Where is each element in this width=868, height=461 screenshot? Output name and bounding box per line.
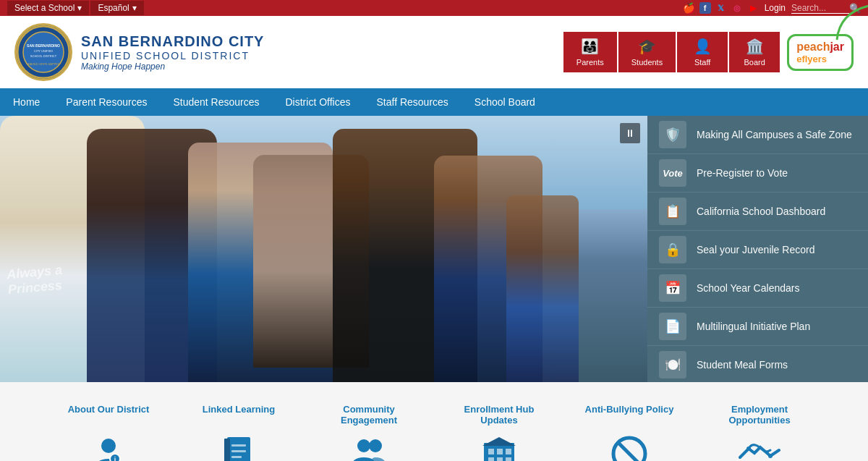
- svg-text:CITY UNIFIED: CITY UNIFIED: [34, 49, 53, 53]
- select-school-label: Select a School: [14, 3, 75, 13]
- svg-text:SAN BERNARDINO: SAN BERNARDINO: [27, 43, 60, 48]
- card-about-district[interactable]: About Our District i: [43, 397, 174, 461]
- svg-point-16: [369, 439, 382, 452]
- card-linked-title: Linked Learning: [203, 404, 275, 427]
- board-label: Board: [744, 58, 765, 67]
- nav-district-offices[interactable]: District Offices: [273, 88, 364, 116]
- youtube-icon[interactable]: ▶: [747, 2, 759, 14]
- svg-line-27: [618, 443, 640, 461]
- card-community-title: Community Engagement: [318, 404, 420, 427]
- meal-icon: 🍽️: [659, 351, 686, 378]
- sidebar-item-calendars[interactable]: 📅 School Year Calendars: [647, 269, 868, 308]
- students-button[interactable]: 🎓 Students: [618, 32, 676, 72]
- sidebar-item-meal-forms[interactable]: 🍽️ Student Meal Forms: [647, 346, 868, 384]
- sidebar-item-multilingual[interactable]: 📄 Multilingual Initiative Plan: [647, 308, 868, 346]
- nav-student-resources[interactable]: Student Resources: [160, 88, 272, 116]
- hero-area: Always aPrincess ⏸ 🛡️ Making All Campuse…: [0, 116, 868, 382]
- staff-icon: 👤: [694, 38, 712, 55]
- svg-rect-19: [497, 449, 503, 454]
- nav-staff-resources[interactable]: Staff Resources: [363, 88, 461, 116]
- twitter-icon[interactable]: 𝕏: [715, 2, 727, 14]
- apple-icon[interactable]: 🍎: [684, 2, 695, 14]
- peachjar-bottom-text: eflyers: [796, 54, 844, 64]
- svg-rect-12: [231, 444, 246, 447]
- nav-home[interactable]: Home: [0, 88, 53, 116]
- search-button[interactable]: 🔍: [849, 3, 861, 14]
- top-bar: Select a School ▾ Español ▾ 🍎 f 𝕏 ◎ ▶ Lo…: [0, 0, 868, 16]
- card-employment[interactable]: Employment Opportunities: [694, 397, 825, 461]
- svg-text:MAKING HOPE HAPPEN: MAKING HOPE HAPPEN: [27, 62, 60, 66]
- instagram-icon[interactable]: ◎: [731, 2, 743, 14]
- search-input[interactable]: [791, 3, 849, 14]
- header-right: 👨‍👩‍👧 Parents 🎓 Students 👤 Staff 🏛️ Boar…: [563, 32, 854, 72]
- svg-rect-23: [506, 457, 511, 461]
- svg-marker-25: [482, 437, 516, 446]
- dashboard-icon: 📋: [659, 198, 686, 225]
- sidebar-item-juvenile[interactable]: 🔒 Seal your Juvenile Record: [647, 231, 868, 269]
- handshake-icon: [739, 436, 780, 461]
- espanol-label: Español: [98, 3, 129, 13]
- facebook-icon[interactable]: f: [699, 2, 711, 14]
- district-logo: SAN BERNARDINO CITY UNIFIED SCHOOL DISTR…: [14, 23, 72, 81]
- select-school-dropdown[interactable]: Select a School ▾: [7, 1, 89, 15]
- dropdown-arrow-icon: ▾: [77, 3, 82, 13]
- staff-button[interactable]: 👤 Staff: [677, 32, 728, 72]
- sidebar-item-dashboard[interactable]: 📋 California School Dashboard: [647, 193, 868, 231]
- pause-button[interactable]: ⏸: [620, 123, 640, 143]
- sidebar-item-label: Pre-Register to Vote: [697, 167, 788, 179]
- district-name-block: SAN BERNARDINO CITY UNIFIED SCHOOL DISTR…: [81, 33, 264, 72]
- card-anti-bullying-title: Anti-Bullying Policy: [585, 404, 674, 427]
- peachjar-button[interactable]: peachjar eflyers: [787, 34, 854, 71]
- login-link[interactable]: Login: [765, 3, 786, 13]
- sidebar-item-label: School Year Calendars: [697, 282, 799, 294]
- students-label: Students: [631, 58, 663, 67]
- svg-point-15: [357, 439, 370, 452]
- sidebar-item-label: California School Dashboard: [697, 206, 825, 217]
- svg-rect-13: [231, 450, 246, 452]
- top-bar-right: 🍎 f 𝕏 ◎ ▶ Login 🔍: [684, 2, 861, 14]
- svg-rect-18: [488, 449, 494, 454]
- social-icons: 🍎 f 𝕏 ◎ ▶: [684, 2, 759, 14]
- district-name-line1: SAN BERNARDINO CITY: [81, 33, 264, 50]
- lock-icon: 🔒: [659, 236, 686, 263]
- svg-rect-20: [506, 449, 511, 454]
- nav-parent-resources[interactable]: Parent Resources: [53, 88, 160, 116]
- card-linked-learning[interactable]: Linked Learning: [174, 397, 304, 461]
- svg-point-28: [746, 447, 751, 451]
- top-bar-left: Select a School ▾ Español ▾: [7, 1, 144, 15]
- district-tagline: Making Hope Happen: [81, 62, 264, 72]
- hero-sidebar: 🛡️ Making All Campuses a Safe Zone Vote …: [647, 116, 868, 382]
- book-icon: [223, 436, 255, 461]
- main-nav: Home Parent Resources Student Resources …: [0, 88, 868, 116]
- nav-school-board[interactable]: School Board: [461, 88, 548, 116]
- sidebar-item-vote[interactable]: Vote Pre-Register to Vote: [647, 154, 868, 193]
- vote-icon: Vote: [659, 159, 686, 187]
- shield-icon: 🛡️: [659, 121, 686, 148]
- card-about-title: About Our District: [68, 404, 150, 427]
- dropdown-arrow-icon: ▾: [132, 3, 137, 13]
- sidebar-item-label: Making All Campuses a Safe Zone: [697, 129, 852, 140]
- logo-area: SAN BERNARDINO CITY UNIFIED SCHOOL DISTR…: [14, 23, 264, 81]
- person-icon: i: [90, 436, 127, 461]
- sidebar-item-label: Seal your Juvenile Record: [697, 244, 814, 255]
- logo-svg: SAN BERNARDINO CITY UNIFIED SCHOOL DISTR…: [17, 25, 70, 79]
- svg-text:SCHOOL DISTRICT: SCHOOL DISTRICT: [30, 54, 57, 58]
- sidebar-item-safe-zone[interactable]: 🛡️ Making All Campuses a Safe Zone: [647, 116, 868, 154]
- card-employment-title: Employment Opportunities: [709, 404, 810, 427]
- card-enrollment[interactable]: Enrollment Hub Updates: [434, 397, 564, 461]
- site-header: SAN BERNARDINO CITY UNIFIED SCHOOL DISTR…: [0, 16, 868, 88]
- card-community[interactable]: Community Engagement: [304, 397, 434, 461]
- svg-text:i: i: [114, 456, 116, 461]
- document-icon: 📄: [659, 313, 686, 340]
- parents-button[interactable]: 👨‍👩‍👧 Parents: [563, 32, 617, 72]
- hero-image: Always aPrincess ⏸: [0, 116, 647, 382]
- peachjar-label: peachjar eflyers: [796, 41, 844, 64]
- espanol-dropdown[interactable]: Español ▾: [90, 1, 143, 15]
- people-icon: [349, 436, 388, 461]
- svg-rect-22: [497, 457, 503, 461]
- board-icon: 🏛️: [746, 38, 764, 55]
- card-anti-bullying[interactable]: Anti-Bullying Policy: [564, 397, 694, 461]
- svg-point-7: [101, 439, 116, 453]
- no-sign-icon: [611, 436, 647, 461]
- board-button[interactable]: 🏛️ Board: [729, 32, 780, 72]
